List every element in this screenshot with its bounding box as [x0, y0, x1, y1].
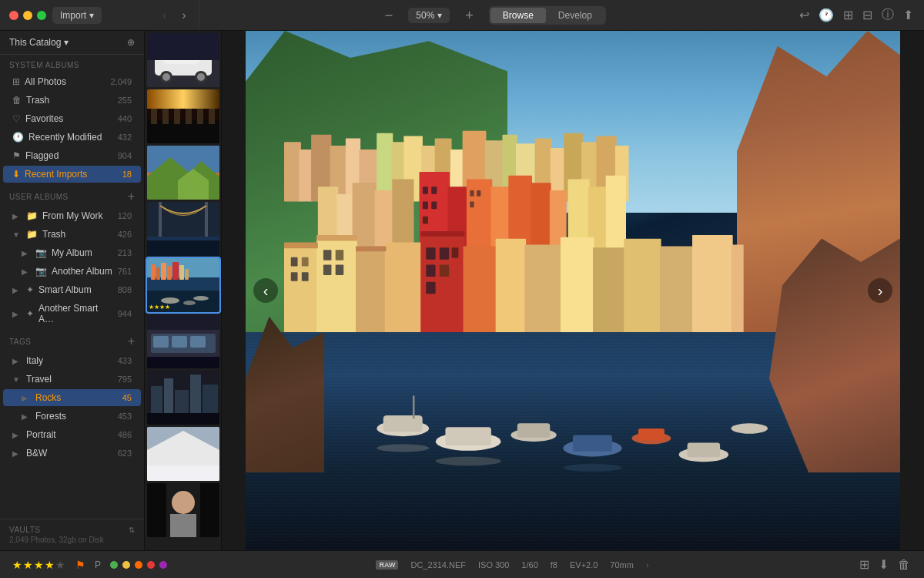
sidebar-item-portrait[interactable]: ▶ Portrait 486 [3, 426, 141, 443]
file-info: RAW DC_2314.NEF ISO 300 1/60 f8 EV+2.0 7… [376, 560, 648, 570]
sidebar-item-italy[interactable]: ▶ Italy 433 [3, 352, 141, 369]
label-indicator[interactable]: P [95, 560, 101, 570]
sidebar-item-from-my-work[interactable]: ▶ 📁 From My Work 120 [3, 207, 141, 224]
sidebar-item-smart-album[interactable]: ▶ ✦ Smart Album 808 [3, 281, 141, 298]
sidebar-item-another-smart[interactable]: ▶ ✦ Another Smart A… 944 [3, 300, 141, 328]
svg-rect-134 [284, 243, 318, 249]
travel-count: 795 [118, 375, 132, 384]
thumbnail-9[interactable] [147, 483, 219, 537]
titlebar-left: Import ▾ [0, 7, 150, 24]
thumbnail-7[interactable] [147, 371, 219, 425]
zoom-chevron-icon: ▾ [437, 10, 442, 21]
color-dot-orange[interactable] [135, 561, 142, 569]
info-button[interactable]: ⓘ [880, 5, 896, 25]
trash-count: 255 [118, 96, 132, 105]
star-rating[interactable]: ★★★★★ [12, 559, 66, 571]
expand-icon: ▶ [12, 449, 22, 458]
add-tag-button[interactable]: + [128, 334, 135, 348]
more-icon[interactable]: › [646, 560, 649, 570]
flag-indicator[interactable]: ⚑ [75, 559, 85, 571]
sidebar-item-rocks[interactable]: ▶ Rocks 45 [3, 389, 141, 406]
forests-label: Forests [35, 411, 113, 422]
tags-header: Tags + [0, 328, 144, 351]
recently-modified-count: 432 [118, 133, 132, 142]
svg-rect-28 [151, 264, 156, 280]
thumbnail-6[interactable] [147, 314, 219, 368]
thumbnail-1[interactable] [147, 33, 219, 87]
sidebar-item-trash-folder[interactable]: ▼ 📁 Trash 426 [3, 226, 141, 243]
tab-develop[interactable]: Develop [546, 8, 604, 23]
sidebar-item-another-album[interactable]: ▶ 📷 Another Album 761 [3, 263, 141, 280]
grid-view-button[interactable]: ⊞ [858, 556, 871, 573]
color-dot-red[interactable] [147, 561, 155, 569]
sidebar-item-recent-imports[interactable]: ⬇ Recent Imports 18 [3, 166, 141, 183]
vaults-section: Vaults ⇅ 2,049 Photos, 32gb on Disk [0, 519, 144, 550]
thumbnail-3[interactable] [147, 146, 219, 200]
layout2-button[interactable]: ⊟ [861, 6, 874, 24]
sidebar-item-travel[interactable]: ▼ Travel 795 [3, 371, 141, 388]
catalog-selector[interactable]: This Catalog ▾ [9, 37, 69, 48]
zoom-control[interactable]: 50% ▾ [408, 8, 450, 23]
svg-rect-101 [431, 202, 437, 210]
next-image-button[interactable]: › [868, 278, 892, 303]
minimize-button[interactable] [23, 11, 32, 20]
close-button[interactable] [9, 11, 18, 20]
shutter-value: 1/60 [521, 560, 537, 570]
svg-rect-139 [383, 415, 423, 431]
history-button[interactable]: 🕐 [817, 6, 835, 24]
svg-rect-100 [423, 202, 428, 210]
export-button[interactable]: ⬇ [877, 556, 890, 573]
svg-rect-102 [423, 217, 428, 224]
travel-label: Travel [26, 374, 113, 385]
thumbnail-4[interactable] [147, 202, 219, 256]
thumbnail-5[interactable]: ★★★★ [147, 258, 219, 312]
color-dot-purple[interactable] [159, 561, 167, 569]
tab-browse[interactable]: Browse [490, 8, 546, 23]
svg-rect-103 [470, 190, 474, 197]
back-button[interactable]: ‹ [158, 7, 171, 24]
sidebar-item-my-album[interactable]: ▶ 📷 My Album 213 [3, 244, 141, 261]
svg-rect-133 [426, 282, 435, 294]
scene [246, 31, 900, 550]
svg-rect-29 [156, 267, 160, 280]
color-dot-yellow[interactable] [122, 561, 130, 569]
sidebar-item-favorites[interactable]: ♡ Favorites 440 [3, 110, 141, 127]
folder-open-icon: 📁 [26, 229, 38, 240]
sidebar-item-all-photos[interactable]: ⊞ All Photos 2,049 [3, 73, 141, 90]
flagged-count: 904 [118, 151, 132, 160]
maximize-button[interactable] [37, 11, 46, 20]
prev-image-button[interactable]: ‹ [253, 278, 278, 303]
svg-rect-130 [452, 248, 459, 259]
sidebar-item-flagged[interactable]: ⚑ Flagged 904 [3, 147, 141, 164]
portrait-count: 486 [118, 430, 132, 439]
svg-rect-23 [159, 202, 162, 240]
svg-rect-34 [185, 269, 189, 280]
svg-rect-131 [426, 265, 435, 277]
layout1-button[interactable]: ⊞ [842, 6, 855, 24]
svg-rect-122 [291, 273, 298, 282]
undo-button[interactable]: ↩ [798, 6, 811, 24]
smart-album2-icon: ✦ [26, 308, 34, 319]
thumbnail-8[interactable] [147, 427, 219, 481]
expand-icon: ▼ [12, 230, 22, 239]
sidebar-item-bw[interactable]: ▶ B&W 623 [3, 445, 141, 462]
import-button[interactable]: Import ▾ [52, 7, 102, 24]
delete-button[interactable]: 🗑 [896, 556, 912, 573]
share-button[interactable]: ⬆ [902, 6, 915, 24]
my-album-label: My Album [52, 247, 113, 258]
zoom-out-button[interactable]: − [382, 8, 397, 22]
zoom-in-button[interactable]: + [462, 8, 477, 22]
add-album-button[interactable]: + [128, 190, 135, 203]
sidebar-item-forests[interactable]: ▶ Forests 453 [3, 408, 141, 425]
my-album-count: 213 [118, 248, 132, 257]
sidebar-item-trash[interactable]: 🗑 Trash 255 [3, 92, 141, 109]
svg-rect-32 [172, 262, 179, 280]
svg-point-151 [732, 423, 768, 434]
new-catalog-icon[interactable]: ⊕ [127, 37, 135, 48]
thumbnail-2[interactable] [147, 89, 219, 143]
another-album-count: 761 [118, 267, 132, 276]
sidebar-item-recently-modified[interactable]: 🕐 Recently Modified 432 [3, 129, 141, 146]
color-dot-green[interactable] [110, 561, 118, 569]
svg-rect-129 [440, 248, 449, 260]
forward-button[interactable]: › [177, 7, 190, 24]
